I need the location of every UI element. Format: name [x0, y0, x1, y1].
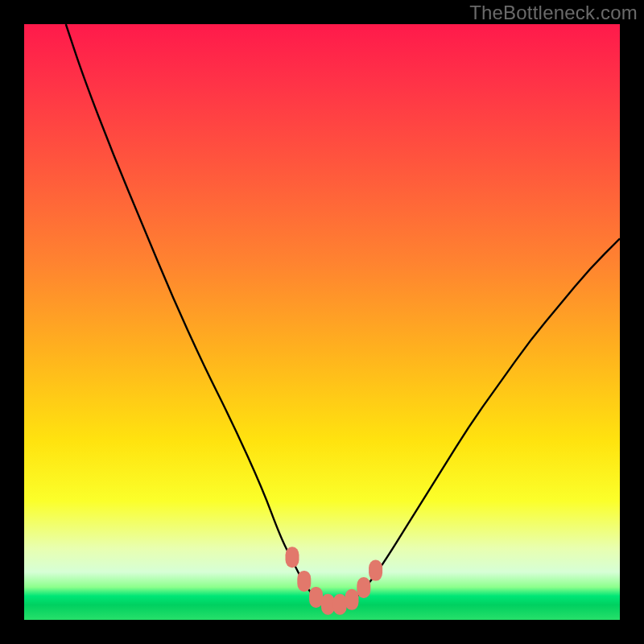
- marker-pill: [286, 547, 299, 568]
- watermark-text: TheBottleneck.com: [469, 2, 638, 24]
- marker-pill: [357, 577, 370, 598]
- marker-pill: [321, 594, 335, 615]
- marker-pill: [333, 594, 347, 615]
- chart-svg: [24, 24, 620, 620]
- marker-pill: [309, 587, 323, 608]
- marker-pill: [297, 571, 311, 592]
- outer-frame: TheBottleneck.com: [0, 0, 644, 644]
- gradient-background: [24, 24, 620, 620]
- marker-pill: [369, 560, 382, 581]
- plot-area: [24, 24, 620, 620]
- marker-pill: [345, 589, 359, 610]
